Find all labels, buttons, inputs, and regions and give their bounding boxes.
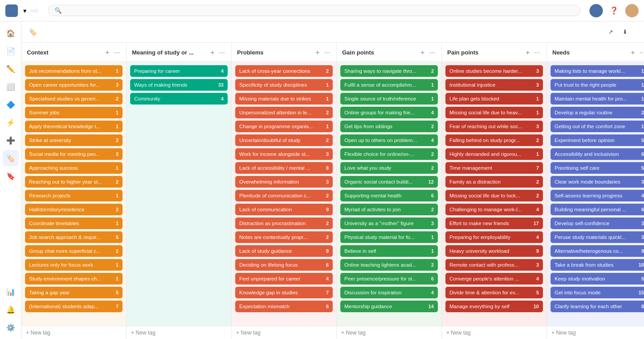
tag-item[interactable]: Open career opportunities for...3 (25, 79, 123, 91)
tag-item[interactable]: Converge people's attention ...4 (445, 273, 543, 285)
sidebar-icon-bookmark[interactable]: 🔖 (3, 168, 19, 184)
tag-item[interactable]: Develop self-confidence3 (551, 218, 644, 229)
import-button[interactable]: ⬇ (623, 29, 630, 35)
sidebar-icon-add[interactable]: ➕ (3, 132, 19, 148)
tag-item[interactable]: Effort to make new friends17 (445, 218, 543, 229)
tag-item[interactable]: Lack of communication9 (235, 204, 333, 215)
new-tag-button-gain[interactable]: + New tag (337, 326, 441, 339)
column-add-context[interactable]: + (104, 48, 110, 58)
tag-item[interactable]: Accessibility and inclusivism6 (551, 148, 644, 160)
column-more-context[interactable]: ··· (113, 48, 121, 58)
tag-item[interactable]: Job search approach & requir...5 (25, 231, 123, 243)
tag-item[interactable]: Change in programme organis...1 (235, 121, 333, 132)
new-tag-button-context[interactable]: + New tag (21, 326, 126, 339)
tag-item[interactable]: Reaching out to higher year st...2 (25, 176, 123, 188)
tag-item[interactable]: Getting out of the comfort zone1 (551, 121, 644, 132)
tag-item[interactable]: Challenging to manage work-l...4 (445, 204, 543, 215)
tag-item[interactable]: Lack of cross-year connections2 (235, 65, 333, 77)
sidebar-icon-bolt[interactable]: ⚡ (3, 114, 19, 130)
tag-item[interactable]: Physical study material for fo...1 (340, 231, 438, 243)
tag-item[interactable]: Clear work mode boundaries3 (551, 176, 644, 188)
tag-item[interactable]: Apply theoretical knowledge t...1 (25, 121, 123, 132)
tag-item[interactable]: Work for income alongside st...3 (235, 148, 333, 160)
new-tag-button-meaning[interactable]: + New tag (127, 326, 231, 339)
projects-link[interactable] (30, 9, 39, 13)
tag-item[interactable]: Deciding on lifelong focus6 (235, 259, 333, 271)
help-button[interactable]: ❓ (607, 4, 621, 17)
tag-item[interactable]: Organic social contact buildi...12 (340, 176, 438, 188)
tag-item[interactable]: Group chat more superficial c...2 (25, 245, 123, 257)
tag-item[interactable]: Believe in self1 (340, 245, 438, 257)
column-add-problems[interactable]: + (314, 48, 320, 58)
sidebar-icon-settings[interactable]: ⚙️ (3, 319, 19, 335)
user-avatar[interactable] (625, 4, 639, 17)
tag-item[interactable]: Peer presence/pressure for st...6 (340, 273, 438, 285)
tag-item[interactable]: Prioritising self care5 (551, 162, 644, 174)
tag-item[interactable]: Lack of accessibility / mental ...8 (235, 162, 333, 174)
new-tag-button-problems[interactable]: + New tag (232, 326, 336, 339)
tag-item[interactable]: Get into focus mode15 (551, 287, 644, 298)
tag-item[interactable]: Institutional injustice3 (445, 79, 543, 91)
tag-item[interactable]: Overwhelming information3 (235, 176, 333, 188)
tag-item[interactable]: Distraction as procrastination2 (235, 218, 333, 229)
tag-item[interactable]: Missing materials due to strikes1 (235, 93, 333, 105)
sidebar-icon-docs[interactable]: 📄 (3, 43, 19, 59)
tag-item[interactable]: Open up to others on problem...4 (340, 134, 438, 146)
tag-item[interactable]: Alternative/heterogenous co...9 (551, 245, 644, 257)
tag-item[interactable]: Keep study motivation5 (551, 273, 644, 285)
tag-item[interactable]: Unpersonalized attention in le...2 (235, 107, 333, 118)
tag-item[interactable]: Take a break from studies10 (551, 259, 644, 271)
tag-item[interactable]: Uncertain/doubtful of study2 (235, 134, 333, 146)
tag-item[interactable]: Develop a regular routine2 (551, 107, 644, 118)
tag-item[interactable]: Missing social life due to heav...1 (445, 107, 543, 118)
column-more-problems[interactable]: ··· (323, 48, 331, 58)
column-add-pain[interactable]: + (525, 48, 530, 58)
tag-item[interactable]: Coordinate timetables1 (25, 218, 123, 229)
column-add-needs[interactable]: + (630, 48, 636, 58)
tag-item[interactable]: Lack of study guidance9 (235, 245, 333, 257)
tag-item[interactable]: Clarify learning for each other8 (551, 301, 644, 312)
tag-item[interactable]: Time management7 (445, 162, 543, 174)
tag-item[interactable]: Fulfil a sense of accomplishm...1 (340, 79, 438, 91)
new-tag-button-pain[interactable]: + New tag (442, 326, 547, 339)
tag-item[interactable]: Falling behind on study progr...2 (445, 134, 543, 146)
column-more-needs[interactable]: ··· (639, 48, 644, 58)
tag-item[interactable]: Myriad of activites to join2 (340, 204, 438, 215)
tag-item[interactable]: Get tips from siblings2 (340, 121, 438, 132)
new-tag-button-needs[interactable]: + New tag (547, 326, 644, 339)
tag-item[interactable]: Remote contact with profess...3 (445, 259, 543, 271)
workspace-selector[interactable]: ▾ (21, 7, 26, 14)
tag-item[interactable]: (International) students adap...7 (25, 301, 123, 312)
tag-item[interactable]: Approaching success1 (25, 162, 123, 174)
sidebar-icon-layout[interactable]: ⬜ (3, 79, 19, 95)
column-more-gain[interactable]: ··· (428, 48, 436, 58)
tag-item[interactable]: Taking a gap year5 (25, 287, 123, 298)
tag-item[interactable]: Social media for meeting peo...3 (25, 148, 123, 160)
tag-item[interactable]: Making lists to manage workl...1 (551, 65, 644, 77)
tag-item[interactable]: Community4 (130, 93, 228, 105)
tag-item[interactable]: Maintain mental health for pro...1 (551, 93, 644, 105)
tag-item[interactable]: Heavy university workload9 (445, 245, 543, 257)
tag-item[interactable]: Online groups for making frie...4 (340, 107, 438, 118)
tag-item[interactable]: Love what you study2 (340, 162, 438, 174)
tag-item[interactable]: Highly demanded and rigorou...1 (445, 148, 543, 160)
tag-item[interactable]: Notes are contextually propr...2 (235, 231, 333, 243)
tag-item[interactable]: Preparing for career4 (130, 65, 228, 77)
tag-item[interactable]: Feel unprepared for career4 (235, 273, 333, 285)
tag-item[interactable]: Sharing ways to navigate thro...2 (340, 65, 438, 77)
tag-item[interactable]: Summer jobs1 (25, 107, 123, 118)
tag-item[interactable]: Experiment before opinion5 (551, 134, 644, 146)
tag-item[interactable]: Missing social life due to lock...2 (445, 190, 543, 201)
tag-item[interactable]: Lectures only for focus work1 (25, 259, 123, 271)
tag-item[interactable]: Expectation mismatch6 (235, 301, 333, 312)
tag-item[interactable]: Specialised studies vs generi...2 (25, 93, 123, 105)
tag-item[interactable]: Divide time & attention for ev...5 (445, 287, 543, 298)
column-add-gain[interactable]: + (419, 48, 425, 58)
tag-item[interactable]: Discussion for inspiration4 (340, 287, 438, 298)
tag-item[interactable]: Knowledge gap in studies7 (235, 287, 333, 298)
tag-item[interactable]: Put trust to the right people1 (551, 79, 644, 91)
search-bar[interactable]: 🔍 (48, 5, 580, 16)
tag-item[interactable]: Ways of making friends33 (130, 79, 228, 91)
tag-item[interactable]: Peruse study materials quickl...3 (551, 231, 644, 243)
tag-item[interactable]: Self-assess learning progress4 (551, 190, 644, 201)
